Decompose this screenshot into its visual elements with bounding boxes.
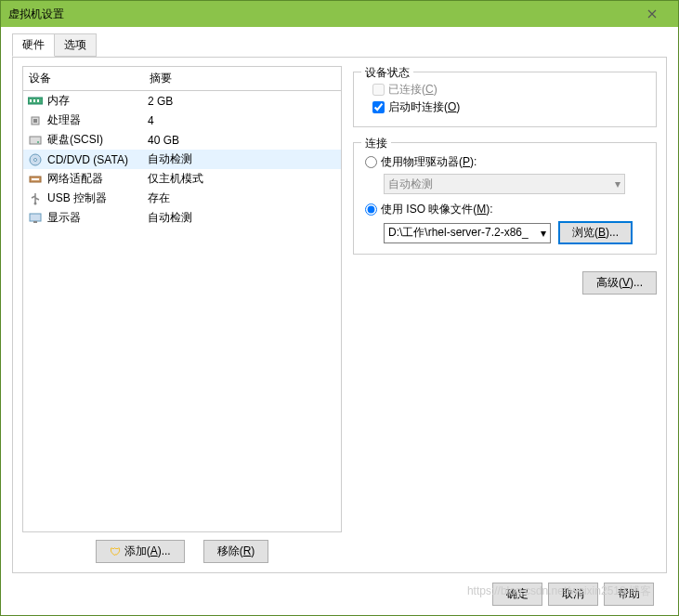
device-summary: 4 [148,114,337,127]
advanced-label: 高级(V)... [596,275,643,291]
col-device[interactable]: 设备 [23,67,144,90]
shield-icon: 🛡 [110,545,121,558]
close-button[interactable] [633,1,671,27]
right-panel: 设备状态 已连接(C) 启动时连接(O) 连接 使用物理驱动器(P): [353,66,657,563]
connect-at-power-checkbox[interactable] [372,101,385,113]
device-name: CD/DVD (SATA) [47,153,148,166]
device-name: 网络适配器 [47,171,148,187]
iso-path-input[interactable]: D:\工作\rhel-server-7.2-x86_ ▾ [384,223,551,243]
advanced-button[interactable]: 高级(V)... [582,271,657,295]
left-panel: 设备 摘要 内存2 GB处理器4硬盘(SCSI)40 GBCD/DVD (SAT… [22,66,342,563]
physical-drive-combo: 自动检测 ▾ [384,174,625,194]
remove-label: 移除(R) [217,544,255,559]
tab-options[interactable]: 选项 [54,33,97,57]
svg-rect-11 [32,178,39,180]
use-iso-radio[interactable] [365,203,377,216]
window-title: 虚拟机设置 [8,7,64,22]
svg-rect-1 [30,99,32,102]
device-name: 处理器 [47,112,148,128]
device-name: 硬盘(SCSI) [47,132,148,148]
usb-icon [27,191,44,206]
advanced-row: 高级(V)... [353,271,657,295]
tab-body: 设备 摘要 内存2 GB处理器4硬盘(SCSI)40 GBCD/DVD (SAT… [12,57,667,573]
physical-drive-value: 自动检测 [388,177,433,192]
device-summary: 自动检测 [148,210,337,226]
memory-icon [27,94,44,109]
device-status-title: 设备状态 [361,65,413,81]
device-summary: 自动检测 [148,151,337,167]
chevron-down-icon: ▾ [541,227,546,240]
iso-row: D:\工作\rhel-server-7.2-x86_ ▾ 浏览(B)... [384,221,646,244]
physical-drive-radio[interactable] [365,156,377,168]
help-button[interactable]: 帮助 [604,583,654,606]
svg-rect-2 [33,99,35,102]
remove-button[interactable]: 移除(R) [203,540,269,563]
device-status-group: 设备状态 已连接(C) 启动时连接(O) [353,72,657,127]
svg-point-7 [37,141,39,143]
hardware-buttons: 🛡 添加(A)... 移除(R) [22,540,342,563]
device-summary: 40 GB [148,134,337,147]
connected-label: 已连接(C) [388,82,437,98]
disk-icon [27,133,44,148]
footer: 确定 取消 帮助 [12,573,667,615]
display-icon [27,211,44,226]
svg-rect-13 [30,214,41,221]
connected-checkbox [372,84,385,96]
svg-point-9 [34,158,37,161]
hardware-row-usb[interactable]: USB 控制器存在 [23,189,341,208]
hardware-row-net[interactable]: 网络适配器仅主机模式 [23,169,341,189]
connect-at-power-row[interactable]: 启动时连接(O) [372,99,646,115]
iso-path-value: D:\工作\rhel-server-7.2-x86_ [388,225,529,241]
hardware-row-memory[interactable]: 内存2 GB [23,91,341,111]
use-iso-row[interactable]: 使用 ISO 映像文件(M): [365,202,646,217]
add-button[interactable]: 🛡 添加(A)... [96,540,185,563]
cancel-button[interactable]: 取消 [548,583,598,606]
svg-rect-3 [37,99,39,102]
net-icon [27,172,44,187]
physical-drive-label: 使用物理驱动器(P): [381,154,477,170]
device-name: 显示器 [47,210,148,226]
close-icon [647,9,657,19]
hardware-row-display[interactable]: 显示器自动检测 [23,208,341,228]
connection-group: 连接 使用物理驱动器(P): 自动检测 ▾ 使用 ISO 映像文件(M): [353,142,657,255]
use-iso-label: 使用 ISO 映像文件(M): [381,202,493,217]
content-area: 硬件 选项 设备 摘要 内存2 GB处理器4硬盘(SCSI)40 GBCD/DV… [1,27,678,615]
svg-rect-6 [30,137,41,144]
svg-rect-5 [33,119,37,123]
browse-label: 浏览(B)... [572,225,619,241]
tab-bar: 硬件 选项 [12,33,667,58]
browse-button[interactable]: 浏览(B)... [558,221,633,244]
add-label: 添加(A)... [124,544,171,559]
titlebar: 虚拟机设置 [1,1,678,27]
hardware-header: 设备 摘要 [23,67,341,91]
chevron-down-icon: ▾ [615,177,620,190]
svg-rect-14 [33,221,37,223]
connection-title: 连接 [361,136,391,151]
cpu-icon [27,113,44,128]
device-summary: 仅主机模式 [148,171,337,187]
hardware-row-disk[interactable]: 硬盘(SCSI)40 GB [23,130,341,150]
device-name: 内存 [47,93,148,109]
col-summary[interactable]: 摘要 [144,67,341,90]
connect-at-power-label: 启动时连接(O) [388,99,460,115]
tab-hardware[interactable]: 硬件 [12,33,55,57]
device-summary: 2 GB [148,95,337,108]
svg-point-12 [34,202,37,204]
hardware-row-cpu[interactable]: 处理器4 [23,111,341,130]
vm-settings-window: 虚拟机设置 硬件 选项 设备 摘要 内存2 GB处理器4硬盘(SCSI)40 G… [0,0,679,616]
device-name: USB 控制器 [47,190,148,206]
physical-drive-row[interactable]: 使用物理驱动器(P): [365,154,646,170]
device-summary: 存在 [148,190,337,206]
hardware-list: 设备 摘要 内存2 GB处理器4硬盘(SCSI)40 GBCD/DVD (SAT… [22,66,342,532]
connected-row: 已连接(C) [372,82,646,98]
cd-icon [27,152,44,167]
ok-button[interactable]: 确定 [492,583,542,606]
hardware-row-cd[interactable]: CD/DVD (SATA)自动检测 [23,150,341,169]
